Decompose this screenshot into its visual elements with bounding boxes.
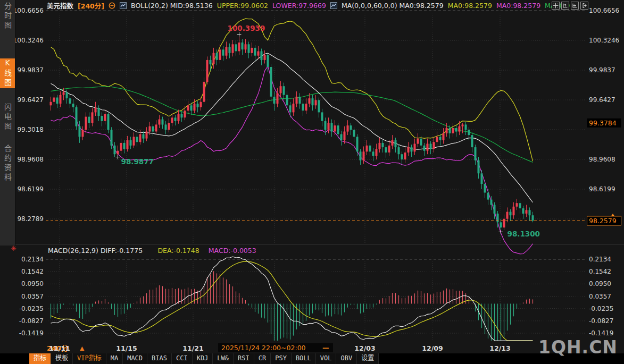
tab-设置[interactable]: 设置 [357,353,379,364]
app-window: 100.6656100.6656100.3246100.324699.98379… [0,0,624,364]
tab-MACD[interactable]: MACD [123,353,147,364]
svg-text:98.2579: 98.2579 [589,217,617,225]
svg-text:99.3784: 99.3784 [589,119,617,127]
header-text: MA(0,0,0,60,0,0) MA0:98.2579 [342,2,444,10]
svg-text:0.0950: 0.0950 [21,280,44,287]
svg-text:100.3939: 100.3939 [228,24,265,32]
svg-text:99.6427: 99.6427 [589,96,615,104]
svg-text:0.0357: 0.0357 [21,293,44,300]
header-text: MA0:98.2579 [496,2,540,10]
last-price-tag: 98.2579 [587,216,621,225]
svg-text:99.3018: 99.3018 [17,126,44,133]
svg-text:11/15: 11/15 [116,344,137,352]
svg-text:98.1300: 98.1300 [507,230,540,238]
svg-text:-0.1419: -0.1419 [589,329,613,337]
svg-text:12/13: 12/13 [489,344,510,352]
header-text: 美元指数 [47,1,73,11]
scale-up-icon[interactable] [561,2,569,10]
header-text: LOWER:97.9669 [272,2,326,10]
mini-chart-icon [330,2,337,9]
svg-text:MACD:-0.0053: MACD:-0.0053 [209,247,256,255]
svg-text:0.0950: 0.0950 [589,280,611,287]
svg-text:-0.1419: -0.1419 [19,329,44,337]
tab-RSI[interactable]: RSI [234,353,254,364]
svg-text:99.9837: 99.9837 [589,66,615,74]
tab-BIAS[interactable]: BIAS [147,353,172,364]
indicator-marker-icon: ✳ [11,244,16,252]
chart-tool-buttons [552,2,588,10]
sidebar-tab-分时图[interactable]: 分时图 [0,2,15,31]
collapse-indicator-icon[interactable] [109,2,115,9]
svg-text:98.6199: 98.6199 [17,185,44,193]
tab-CCI[interactable]: CCI [172,353,193,364]
svg-text:▲: ▲ [80,345,85,352]
tab-OBV[interactable]: OBV [336,353,357,364]
tab-模板[interactable]: 模板 [51,353,73,364]
tab-指标[interactable]: 指标 [29,353,51,364]
svg-text:0.2134: 0.2134 [589,256,611,263]
svg-text:0.1542: 0.1542 [21,268,44,275]
tab-CR[interactable]: CR [254,353,271,364]
svg-text:11/11: 11/11 [49,344,70,352]
svg-text:-0.0827: -0.0827 [589,317,613,325]
svg-text:98.6199: 98.6199 [589,185,615,193]
indicator-header: 美元指数[240分]BOLL(20,2) MID:98.5136UPPER:99… [47,1,570,10]
svg-text:12/09: 12/09 [422,344,443,352]
header-text: UPPER:99.0602 [217,2,268,10]
svg-text:DEA:-0.1748: DEA:-0.1748 [157,247,199,255]
svg-text:-0.0235: -0.0235 [589,305,613,312]
svg-text:0.0357: 0.0357 [589,293,611,300]
svg-text:0.2134: 0.2134 [21,256,44,263]
settle-price-tag: 99.3784 [587,118,621,128]
header-text: [240分] [78,1,104,11]
sidebar-tab-合约资料[interactable]: 合约资料 [0,145,15,183]
tab-BOLL[interactable]: BOLL [292,353,316,364]
svg-text:12/03: 12/03 [354,344,375,352]
svg-text:98.9877: 98.9877 [121,157,154,166]
tab-MA[interactable]: MA [106,353,123,364]
svg-text:100.3246: 100.3246 [13,37,44,44]
tab-KDJ[interactable]: KDJ [193,353,213,364]
svg-text:99.9837: 99.9837 [17,66,44,74]
header-text: MA0:98.2579 [448,2,492,10]
tab-LW&[interactable]: LW& [213,353,234,364]
svg-text:0.1542: 0.1542 [589,268,611,275]
crosshair-icon[interactable] [552,2,560,10]
tab-PSY[interactable]: PSY [271,353,292,364]
svg-text:2025/11/24 22:00~02:00: 2025/11/24 22:00~02:00 [221,344,306,352]
svg-text:99.6427: 99.6427 [17,96,44,104]
svg-text:100.3246: 100.3246 [589,37,619,44]
bottom-tabbar: 指标模板VIP指标MAMACDBIASCCIKDJLW&RSICRPSYBOLL… [0,353,624,364]
svg-text:98.9608: 98.9608 [17,156,44,163]
bar-time-highlight: 2025/11/24 22:00~02:00— [218,343,333,352]
svg-text:100.6656: 100.6656 [13,7,44,14]
panel-collapse-icon[interactable] [580,2,588,10]
svg-text:98.2789: 98.2789 [17,215,44,223]
svg-text:98.9608: 98.9608 [589,156,615,163]
watermark: 1QH.CN [538,337,618,358]
price-chart-canvas[interactable]: 100.6656100.6656100.3246100.324699.98379… [0,0,624,364]
sidebar-tab-K线图[interactable]: K线图 [0,58,15,88]
scale-right-icon[interactable] [571,2,579,10]
svg-text:—: — [322,344,329,352]
chart-type-sidebar: 分时图K线图闪电图合约资料 [0,0,15,246]
header-text: BOLL(20,2) MID:98.5136 [131,2,213,10]
svg-text:MACD(26,12,9) DIFF:-0.1775: MACD(26,12,9) DIFF:-0.1775 [48,247,143,255]
svg-text:100.6656: 100.6656 [589,7,619,14]
tab-VIP指标[interactable]: VIP指标 [73,353,106,364]
svg-text:11/21: 11/21 [182,344,203,352]
tab-VOL[interactable]: VOL [316,353,337,364]
sidebar-tab-闪电图[interactable]: 闪电图 [0,103,15,132]
svg-text:-0.0827: -0.0827 [19,317,44,325]
mini-chart-icon [120,2,127,9]
svg-text:-0.0235: -0.0235 [19,305,44,312]
